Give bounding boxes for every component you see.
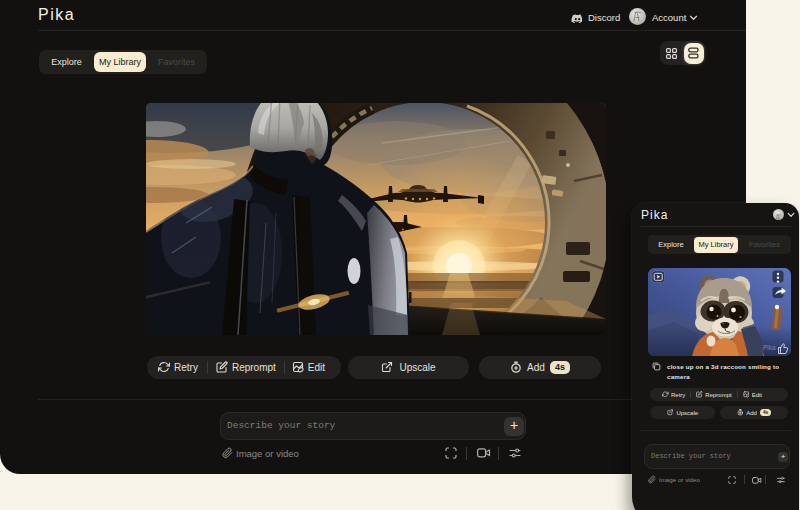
svg-text:Pika: Pika — [763, 344, 776, 351]
